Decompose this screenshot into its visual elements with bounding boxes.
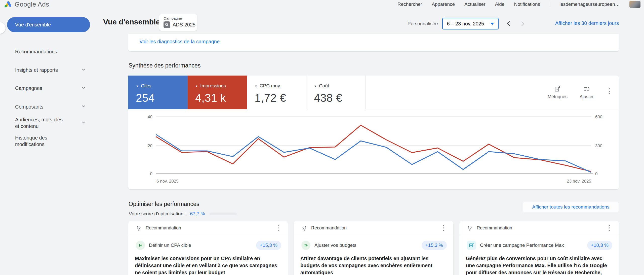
recommendation-card-header: Recommandation [477, 225, 512, 231]
x-start-label: 6 nov. 2025 [156, 179, 179, 184]
sidebar-item-label: Composants [0, 104, 43, 110]
metric-row: ▼Clics 254 ▼Impressions 4,31 k ▼CPC moy.… [128, 76, 619, 109]
right-tick-0: 0 [595, 171, 597, 176]
left-tick-20: 20 [148, 144, 152, 148]
top-menu-rechercher[interactable]: Rechercher [397, 2, 422, 7]
page-title: Vue d'ensemble [103, 18, 160, 26]
metric-value: 438 € [314, 92, 366, 104]
lightbulb-icon [467, 225, 473, 231]
metric-label: CPC moy. [260, 83, 281, 89]
recommendation-body: Maximisez les conversions pour un CPA si… [128, 250, 288, 275]
show-last-30-days-link[interactable]: Afficher les 30 derniers jours [555, 20, 619, 26]
adjust-button[interactable]: Ajuster [580, 86, 594, 99]
recommendation-card-budgets: Recommandation ⋮ Ajuster vos budgets +15… [294, 221, 453, 275]
sidebar-item-campagnes[interactable]: Campagnes [0, 85, 91, 91]
performance-chart: 40 20 0 600 300 0 6 nov. 2025 23 nov. 20… [128, 111, 619, 189]
date-range-value: 6 – 23 nov. 2025 [447, 21, 484, 27]
chart-add-icon [554, 86, 561, 92]
right-tick-300: 300 [595, 144, 602, 148]
metric-cout[interactable]: ▼Coût 438 € [306, 76, 366, 109]
overflow-menu-icon[interactable]: ⋮ [440, 224, 447, 231]
tune-icon [583, 86, 590, 92]
metric-clics[interactable]: ▼Clics 254 [128, 76, 188, 109]
metric-label: Clics [141, 83, 151, 89]
overflow-menu-icon[interactable]: ⋮ [606, 224, 613, 231]
recommendation-body: Générez plus de conversions pour un coût… [459, 250, 619, 275]
recommendation-card-header: Recommandation [146, 225, 181, 231]
account-email[interactable]: lesdemenageurseuropeens@g… [559, 2, 620, 7]
date-mode-label: Personnalisée [408, 21, 438, 26]
metrics-button-label: Métriques [548, 94, 568, 99]
optimize-section-title: Optimiser les performances [129, 201, 199, 208]
sidebar-item-label: Audiences, mots clés et contenu [0, 116, 67, 129]
overflow-menu-icon[interactable]: ⋮ [275, 224, 282, 231]
impressions-line-series[interactable] [156, 125, 591, 171]
chevron-down-icon [81, 85, 86, 91]
lightbulb-icon [301, 225, 307, 231]
uplift-badge: +15,3 % [256, 241, 281, 250]
sidebar: Vue d'ensemble Recommandations Insights … [0, 9, 101, 275]
recommendation-title[interactable]: Créer une campagne Performance Max [480, 243, 564, 248]
metric-label: Coût [319, 83, 329, 89]
sidebar-item-label: Campagnes [0, 85, 42, 91]
triangle-down-icon: ▼ [314, 85, 317, 88]
recommendation-card-cpa: Recommandation ⋮ Définir un CPA cible +1… [128, 221, 288, 275]
recommendation-card-performance-max: Recommandation ⋮ Créer une campagne Perf… [459, 221, 619, 275]
campaign-selector[interactable]: Campagne ADS 2025 [159, 14, 197, 31]
top-bar: Google Ads Rechercher Apparence Actualis… [0, 0, 644, 9]
metric-value: 1,72 € [255, 92, 306, 104]
top-bar-divider [550, 2, 550, 7]
performance-section-title: Synthèse des performances [129, 62, 200, 69]
collapsed-nav-handle[interactable] [0, 22, 6, 34]
bid-arrows-icon [301, 241, 310, 250]
optimization-score-value: 67,7 % [190, 211, 205, 217]
optimization-score-row: Votre score d'optimisation : 67,7 % [129, 211, 237, 217]
recommendation-title[interactable]: Définir un CPA cible [149, 243, 191, 248]
overflow-menu-icon[interactable]: ⋮ [606, 86, 613, 95]
diagnostics-card: Voir les diagnostics de la campagne [128, 34, 619, 51]
top-menu-apparence[interactable]: Apparence [432, 2, 455, 7]
chevron-down-icon [81, 67, 86, 73]
google-ads-logo[interactable]: Google Ads [4, 1, 49, 8]
triangle-down-icon: ▼ [136, 85, 139, 88]
sidebar-item-composants[interactable]: Composants [0, 104, 91, 110]
clicks-line-series[interactable] [156, 134, 591, 172]
bid-arrows-icon [136, 241, 145, 250]
date-range-picker[interactable]: 6 – 23 nov. 2025 [442, 18, 499, 29]
top-menu-aide[interactable]: Aide [495, 2, 504, 7]
uplift-badge: +10,3 % [587, 241, 612, 250]
triangle-down-icon: ▼ [195, 85, 198, 88]
top-menu-notifications[interactable]: Notifications [514, 2, 540, 7]
metric-cpc-moyen[interactable]: ▼CPC moy. 1,72 € [247, 76, 306, 109]
date-controls: Personnalisée 6 – 23 nov. 2025 [408, 18, 526, 29]
campaign-diagnostics-link[interactable]: Voir les diagnostics de la campagne [139, 39, 220, 45]
search-icon [164, 21, 170, 28]
metric-value: 254 [136, 92, 188, 104]
recommendation-title[interactable]: Ajuster vos budgets [314, 243, 356, 248]
dropdown-caret-icon [491, 23, 494, 25]
next-period-button[interactable] [519, 20, 526, 27]
optimization-score-label: Votre score d'optimisation : [129, 211, 186, 217]
sidebar-item-insights-et-rapports[interactable]: Insights et rapports [0, 67, 91, 73]
sidebar-item-vue-densemble[interactable]: Vue d'ensemble [7, 17, 90, 32]
sidebar-item-recommandations[interactable]: Recommandations [0, 48, 91, 55]
sidebar-item-label: Insights et rapports [0, 67, 58, 73]
previous-period-button[interactable] [506, 20, 512, 27]
metrics-button[interactable]: Métriques [548, 86, 568, 99]
metric-impressions[interactable]: ▼Impressions 4,31 k [188, 76, 247, 109]
sidebar-item-label: Vue d'ensemble [7, 22, 51, 28]
sidebar-item-label: Recommandations [0, 48, 57, 55]
sidebar-item-historique[interactable]: Historique des modifications [0, 134, 91, 148]
campaign-selector-label: Campagne [164, 16, 197, 20]
top-menu-actualiser[interactable]: Actualiser [464, 2, 485, 7]
metric-value: 4,31 k [195, 92, 247, 104]
show-all-recommendations-button[interactable]: Afficher toutes les recommandations [523, 202, 619, 212]
chevron-down-icon [81, 120, 86, 126]
account-avatar[interactable] [629, 1, 640, 8]
sidebar-item-audiences[interactable]: Audiences, mots clés et contenu [0, 116, 91, 129]
recommendation-card-header: Recommandation [311, 225, 347, 231]
chevron-down-icon [81, 104, 86, 110]
lightbulb-icon [136, 225, 142, 231]
left-tick-40: 40 [148, 115, 152, 119]
sidebar-item-label: Historique des modifications [0, 134, 67, 148]
